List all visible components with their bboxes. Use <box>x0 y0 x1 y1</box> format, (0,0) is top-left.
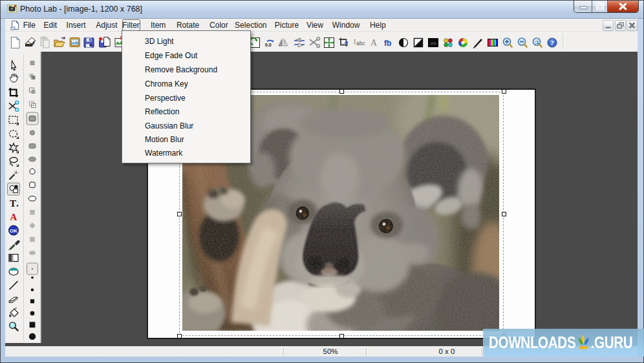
svg-text:A: A <box>370 38 378 48</box>
svg-text:?: ? <box>550 39 553 47</box>
svg-text:0.0: 0.0 <box>265 43 272 47</box>
svg-text::1: :1 <box>535 40 539 45</box>
svg-text:I: I <box>354 38 356 45</box>
svg-text:fb: fb <box>384 39 391 48</box>
svg-text:A: A <box>10 211 17 222</box>
svg-text:OK: OK <box>10 227 17 233</box>
svg-text:abc: abc <box>356 40 365 47</box>
svg-text:T: T <box>10 198 16 208</box>
